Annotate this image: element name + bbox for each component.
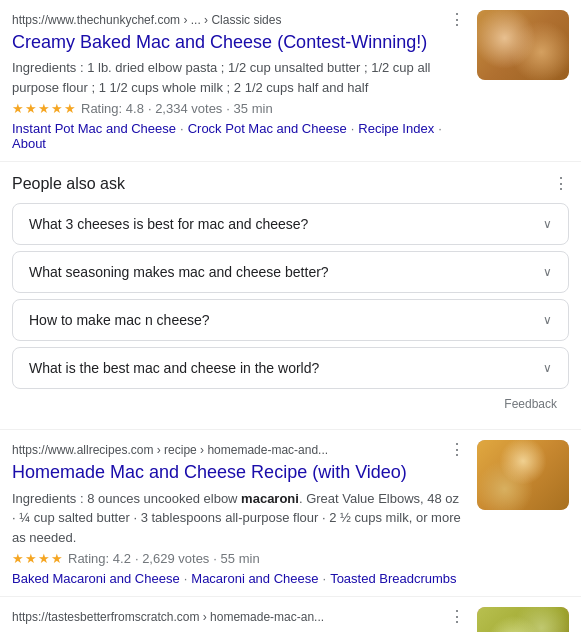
result-3-layout: https://tastesbetterfromscratch.com › ho… [12, 607, 569, 632]
sitelink-2-mac[interactable]: Macaroni and Cheese [191, 571, 318, 586]
paa-item-2[interactable]: What seasoning makes mac and cheese bett… [12, 251, 569, 293]
result-2-stars: ★★★★ [12, 551, 64, 566]
result-2-thumb-img [477, 440, 569, 510]
snippet-2-text1: : 8 ounces uncooked elbow [76, 491, 241, 506]
result-1-menu-icon[interactable]: ⋮ [449, 10, 465, 29]
result-2-snippet: Ingredients : 8 ounces uncooked elbow ma… [12, 489, 465, 548]
paa-question-3[interactable]: How to make mac n cheese? ∨ [13, 300, 568, 340]
paa-chevron-4: ∨ [543, 361, 552, 375]
paa-question-1[interactable]: What 3 cheeses is best for mac and chees… [13, 204, 568, 244]
paa-question-4-text: What is the best mac and cheese in the w… [29, 360, 319, 376]
snippet-1-ingredients-label: Ingredients [12, 60, 76, 75]
paa-menu-icon[interactable]: ⋮ [553, 174, 569, 193]
result-2-rating-label: Rating: 4.2 [68, 551, 131, 566]
sitelink-1-instant-pot[interactable]: Instant Pot Mac and Cheese [12, 121, 176, 136]
result-2-content: https://www.allrecipes.com › recipe › ho… [12, 440, 465, 586]
result-3-title[interactable]: Homemade Mac and Cheese - Tastes Better … [12, 628, 465, 632]
paa-title: People also ask [12, 175, 125, 193]
result-1-snippet: Ingredients : 1 lb. dried elbow pasta ; … [12, 58, 465, 97]
result-1-sitelinks: Instant Pot Mac and Cheese · Crock Pot M… [12, 121, 465, 151]
result-2-rating-row: ★★★★ Rating: 4.2 · 2,629 votes · 55 min [12, 551, 465, 566]
result-2-menu-icon[interactable]: ⋮ [449, 440, 465, 459]
result-3-url: https://tastesbetterfromscratch.com › ho… [12, 610, 324, 624]
result-2-url: https://www.allrecipes.com › recipe › ho… [12, 443, 328, 457]
paa-header: People also ask ⋮ [12, 174, 569, 193]
result-2-votes: · 2,629 votes [135, 551, 209, 566]
paa-item-3[interactable]: How to make mac n cheese? ∨ [12, 299, 569, 341]
sitelink-1-recipe-index[interactable]: Recipe Index [358, 121, 434, 136]
result-1-stars: ★★★★★ [12, 101, 77, 116]
result-1-thumb-img [477, 10, 569, 80]
result-2-title[interactable]: Homemade Mac and Cheese Recipe (with Vid… [12, 461, 465, 484]
result-1-layout: https://www.thechunkychef.com › ... › Cl… [12, 10, 569, 151]
result-2-time: · 55 min [213, 551, 259, 566]
result-1-thumbnail [477, 10, 569, 80]
result-1-time: · 35 min [226, 101, 272, 116]
snippet-2-bold: macaroni [241, 491, 299, 506]
paa-item-1[interactable]: What 3 cheeses is best for mac and chees… [12, 203, 569, 245]
result-1-url: https://www.thechunkychef.com › ... › Cl… [12, 13, 281, 27]
people-also-ask-section: People also ask ⋮ What 3 cheeses is best… [0, 162, 581, 430]
paa-chevron-3: ∨ [543, 313, 552, 327]
snippet-2-ingredients: Ingredients [12, 491, 76, 506]
sitelink-1-crock-pot[interactable]: Crock Pot Mac and Cheese [188, 121, 347, 136]
result-3-thumbnail [477, 607, 569, 632]
result-3-thumb-img [477, 607, 569, 632]
result-2-layout: https://www.allrecipes.com › recipe › ho… [12, 440, 569, 586]
feedback-row: Feedback [12, 395, 569, 417]
result-1-rating-row: ★★★★★ Rating: 4.8 · 2,334 votes · 35 min [12, 101, 465, 116]
result-3-content: https://tastesbetterfromscratch.com › ho… [12, 607, 465, 632]
paa-question-1-text: What 3 cheeses is best for mac and chees… [29, 216, 308, 232]
result-1-votes: · 2,334 votes [148, 101, 222, 116]
result-1-rating-label: Rating: 4.8 [81, 101, 144, 116]
sitelink-2-breadcrumbs[interactable]: Toasted Breadcrumbs [330, 571, 456, 586]
result-2: https://www.allrecipes.com › recipe › ho… [0, 430, 581, 597]
result-1-title[interactable]: Creamy Baked Mac and Cheese (Contest-Win… [12, 31, 465, 54]
paa-question-4[interactable]: What is the best mac and cheese in the w… [13, 348, 568, 388]
paa-question-2-text: What seasoning makes mac and cheese bett… [29, 264, 329, 280]
result-1-url-row: https://www.thechunkychef.com › ... › Cl… [12, 10, 465, 29]
paa-question-3-text: How to make mac n cheese? [29, 312, 210, 328]
sitelink-1-about[interactable]: About [12, 136, 46, 151]
result-3-url-row: https://tastesbetterfromscratch.com › ho… [12, 607, 465, 626]
paa-question-2[interactable]: What seasoning makes mac and cheese bett… [13, 252, 568, 292]
paa-chevron-1: ∨ [543, 217, 552, 231]
result-2-sitelinks: Baked Macaroni and Cheese · Macaroni and… [12, 571, 465, 586]
result-2-thumbnail [477, 440, 569, 510]
result-1-content: https://www.thechunkychef.com › ... › Cl… [12, 10, 465, 151]
result-3-menu-icon[interactable]: ⋮ [449, 607, 465, 626]
result-1: https://www.thechunkychef.com › ... › Cl… [0, 0, 581, 162]
result-3: https://tastesbetterfromscratch.com › ho… [0, 597, 581, 632]
result-2-url-row: https://www.allrecipes.com › recipe › ho… [12, 440, 465, 459]
sitelink-2-baked[interactable]: Baked Macaroni and Cheese [12, 571, 180, 586]
feedback-label: Feedback [504, 397, 557, 411]
paa-chevron-2: ∨ [543, 265, 552, 279]
paa-item-4[interactable]: What is the best mac and cheese in the w… [12, 347, 569, 389]
